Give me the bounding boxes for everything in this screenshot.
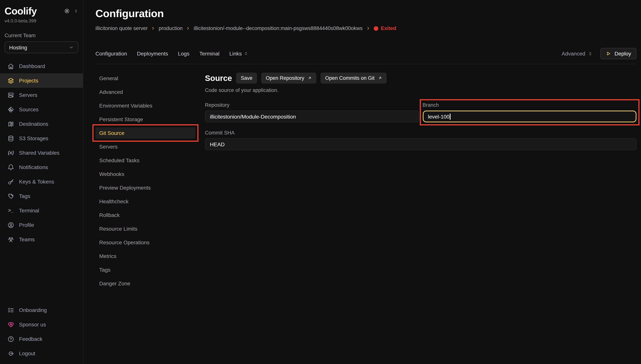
repository-value: illicitestonion/Module-Decomposition — [210, 114, 296, 120]
theme-chevrons-icon[interactable] — [74, 9, 78, 13]
sidebar-item-teams[interactable]: Teams — [0, 232, 83, 246]
chevron-down-icon — [69, 45, 74, 50]
subnav-item-tags[interactable]: Tags — [96, 264, 195, 276]
source-description: Code source of your application. — [205, 88, 636, 93]
config-subnav: GeneralAdvancedEnvironment VariablesPers… — [96, 72, 195, 364]
sidebar-item-notifications[interactable]: Notifications — [0, 160, 83, 174]
main-panel: Configuration illicitonion quote server … — [83, 0, 641, 364]
sidebar-item-destinations[interactable]: Destinations — [0, 117, 83, 131]
subnav-item-general[interactable]: General — [96, 72, 195, 84]
heart-icon — [8, 321, 14, 328]
server-icon — [8, 92, 14, 98]
sidebar-item-tags[interactable]: Tags — [0, 189, 83, 203]
sidebar-item-terminal[interactable]: >_Terminal — [0, 203, 83, 218]
subnav-item-webhooks[interactable]: Webhooks — [96, 168, 195, 180]
branch-label: Branch — [423, 102, 636, 108]
tabs: ConfigurationDeploymentsLogsTerminalLink… — [96, 50, 248, 56]
database-icon — [8, 135, 14, 142]
tab-configuration[interactable]: Configuration — [96, 50, 127, 56]
breadcrumb-application[interactable]: illicitestonion/-module--decomposition:m… — [194, 26, 362, 31]
sidebar-item-label: Teams — [19, 236, 35, 242]
subnav-item-resource-limits[interactable]: Resource Limits — [96, 223, 195, 234]
commit-sha-label: Commit SHA — [205, 130, 636, 136]
subnav-item-git-source[interactable]: Git Source — [96, 127, 195, 139]
open-commits-button[interactable]: Open Commits on Git — [321, 72, 387, 84]
users-icon — [8, 236, 14, 242]
chevrons-up-down-icon — [588, 51, 593, 56]
key-icon — [8, 178, 14, 185]
tab-links[interactable]: Links — [229, 50, 248, 56]
git-icon — [8, 106, 14, 113]
subnav-item-preview-deployments[interactable]: Preview Deployments — [96, 182, 195, 194]
sidebar-item-logout[interactable]: Logout — [0, 346, 83, 360]
sidebar-item-projects[interactable]: Projects — [0, 73, 83, 88]
sidebar-item-label: Dashboard — [19, 63, 45, 69]
sidebar-item-label: S3 Storages — [19, 135, 48, 141]
theme-sun-icon[interactable] — [64, 8, 70, 14]
repo-branch-row: Repository illicitestonion/Module-Decomp… — [205, 102, 636, 122]
breadcrumb-environment[interactable]: production — [159, 26, 183, 31]
subnav-item-persistent-storage[interactable]: Persistent Storage — [96, 114, 195, 125]
breadcrumb-project[interactable]: illicitonion quote server — [96, 26, 148, 31]
arrow-up-right-icon — [308, 76, 312, 80]
tab-terminal[interactable]: Terminal — [199, 50, 220, 56]
configuration-content: GeneralAdvancedEnvironment VariablesPers… — [96, 72, 636, 364]
sidebar-item-servers[interactable]: Servers — [0, 88, 83, 102]
tab-logs[interactable]: Logs — [178, 50, 190, 56]
sidebar-item-label: Logout — [19, 350, 35, 356]
branch-input[interactable]: level-100 — [423, 110, 636, 122]
sidebar-item-onboarding[interactable]: Onboarding — [0, 303, 83, 317]
sidebar-item-s3-storages[interactable]: S3 Storages — [0, 131, 83, 146]
sidebar-item-label: Sponsor us — [19, 322, 46, 328]
advanced-label: Advanced — [561, 50, 585, 56]
subnav-item-servers[interactable]: Servers — [96, 141, 195, 152]
tab-label: Terminal — [199, 50, 220, 56]
sidebar-item-label: Destinations — [19, 121, 48, 127]
app: Coolify v4.0.0-beta.399 Current Team Hos… — [0, 0, 641, 364]
chevron-right-icon — [186, 26, 190, 30]
repository-input[interactable]: illicitestonion/Module-Decomposition — [205, 110, 419, 122]
text-cursor — [450, 114, 450, 120]
subnav-item-rollback[interactable]: Rollback — [96, 209, 195, 221]
source-section: Source Save Open Repository Open Commits… — [205, 72, 636, 364]
team-select[interactable]: Hosting — [5, 42, 78, 53]
logout-icon — [8, 350, 14, 356]
subnav-item-metrics[interactable]: Metrics — [96, 250, 195, 262]
app-logo[interactable]: Coolify — [5, 5, 37, 17]
subnav-item-advanced[interactable]: Advanced — [96, 86, 195, 98]
subnav-item-danger-zone[interactable]: Danger Zone — [96, 278, 195, 289]
source-heading: Source — [205, 74, 232, 83]
save-button[interactable]: Save — [236, 72, 257, 84]
sidebar-item-label: Onboarding — [19, 307, 47, 313]
sidebar-nav: DashboardProjectsServersSourcesDestinati… — [0, 59, 83, 246]
subnav-item-scheduled-tasks[interactable]: Scheduled Tasks — [96, 155, 195, 166]
repository-label: Repository — [205, 102, 419, 108]
subnav-item-environment-variables[interactable]: Environment Variables — [96, 100, 195, 111]
home-icon — [8, 63, 14, 69]
sidebar-item-label: Terminal — [19, 208, 39, 214]
sidebar-item-sources[interactable]: Sources — [0, 102, 83, 117]
sidebar-item-feedback[interactable]: Feedback — [0, 332, 83, 346]
subnav-item-resource-operations[interactable]: Resource Operations — [96, 237, 195, 248]
commit-sha-field-group: Commit SHA HEAD — [205, 130, 636, 150]
tabs-row: ConfigurationDeploymentsLogsTerminalLink… — [96, 48, 636, 59]
sidebar-item-dashboard[interactable]: Dashboard — [0, 59, 83, 73]
advanced-dropdown[interactable]: Advanced — [561, 50, 593, 56]
tab-label: Configuration — [96, 50, 127, 56]
chevron-right-icon — [151, 26, 155, 30]
commit-sha-input[interactable]: HEAD — [205, 138, 636, 150]
tab-deployments[interactable]: Deployments — [137, 50, 168, 56]
sidebar-item-label: Sources — [19, 106, 39, 112]
deploy-button[interactable]: Deploy — [600, 48, 636, 59]
subnav-item-healthcheck[interactable]: Healthcheck — [96, 196, 195, 207]
sidebar-item-shared-variables[interactable]: (x)Shared Variables — [0, 146, 83, 160]
sidebar-item-keys-tokens[interactable]: Keys & Tokens — [0, 174, 83, 189]
sidebar-item-sponsor-us[interactable]: Sponsor us — [0, 317, 83, 332]
sidebar-item-profile[interactable]: Profile — [0, 218, 83, 232]
sidebar: Coolify v4.0.0-beta.399 Current Team Hos… — [0, 0, 83, 364]
open-commits-label: Open Commits on Git — [325, 75, 375, 81]
commit-sha-value: HEAD — [210, 141, 225, 147]
sidebar-item-label: Keys & Tokens — [19, 178, 54, 185]
open-repository-button[interactable]: Open Repository — [261, 72, 317, 84]
play-icon — [606, 51, 611, 56]
